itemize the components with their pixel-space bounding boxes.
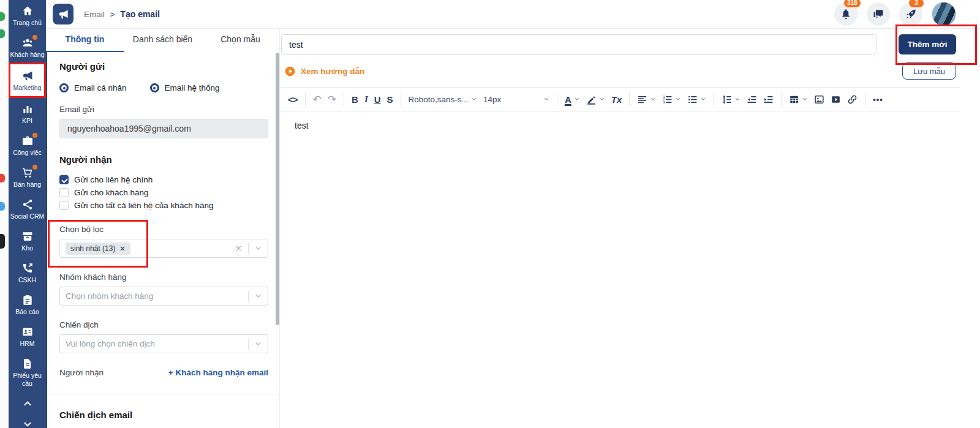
sidebar-item-reports[interactable]: Báo cáo — [9, 289, 46, 321]
align-button[interactable] — [634, 91, 659, 108]
group-placeholder: Chọn nhóm khách hàng — [66, 291, 153, 301]
chevron-up-icon[interactable] — [22, 398, 33, 409]
create-new-button[interactable]: Thêm mới — [899, 34, 956, 54]
chevron-sm-icon — [599, 96, 605, 102]
bold-button[interactable]: B — [349, 91, 361, 108]
customer-group-select[interactable]: Chọn nhóm khách hàng — [59, 287, 268, 306]
checkbox[interactable] — [59, 201, 69, 210]
recipient-checkbox-row[interactable]: Gửi cho khách hàng — [59, 187, 268, 198]
notifications-button[interactable]: 318 — [834, 2, 858, 26]
sidebar-item-label: Công việc — [13, 149, 42, 156]
font-size-select[interactable]: 14px — [480, 91, 552, 108]
subject-input[interactable] — [281, 34, 876, 54]
user-avatar[interactable] — [932, 2, 956, 26]
image-button[interactable] — [811, 91, 827, 108]
chevron-down-icon[interactable] — [254, 244, 262, 252]
redo-button[interactable]: ↷ — [325, 91, 339, 108]
chevron-down-icon[interactable] — [254, 292, 262, 300]
app-logo — [53, 4, 74, 24]
code-view-button[interactable]: <> — [285, 91, 301, 108]
checkbox[interactable] — [59, 188, 69, 197]
clear-select-icon[interactable] — [235, 244, 243, 252]
remove-tag-icon[interactable] — [119, 246, 126, 252]
underline-button[interactable]: U — [371, 91, 384, 108]
italic-button-glyph: I — [364, 94, 368, 105]
strikethrough-button-glyph: S — [387, 94, 393, 105]
hrm-icon — [21, 326, 34, 338]
chevron-sm-icon — [543, 96, 549, 102]
italic-button[interactable]: I — [361, 91, 371, 108]
sidebar-item-marketing[interactable]: Marketing — [9, 64, 46, 98]
link-button[interactable] — [844, 91, 861, 108]
view-guide-link[interactable]: Xem hướng dẫn — [285, 66, 364, 77]
sidebar-item-home[interactable]: Trang chủ — [9, 0, 46, 32]
sidebar-item-sales[interactable]: Bán hàng — [9, 162, 46, 193]
save-template-button[interactable]: Lưu mẫu — [902, 62, 956, 80]
sidebar-item-tickets[interactable]: Phiếu yêu cầu — [9, 353, 46, 392]
font-family-select[interactable]: Roboto,sans-s... — [405, 91, 480, 108]
sidebar-nav: Trang chủKhách hàngMarketingKPICông việc… — [9, 0, 46, 428]
filter-tag-chip[interactable]: sinh nhật (13) — [66, 242, 130, 255]
chevron-down-icon[interactable] — [22, 419, 33, 428]
radio-button[interactable] — [59, 83, 69, 92]
share-icon — [21, 198, 34, 211]
sidebar-item-social-crm[interactable]: Social CRM — [9, 193, 46, 225]
sidebar-item-customers[interactable]: Khách hàng — [9, 32, 46, 64]
add-receiver-link[interactable]: + Khách hàng nhận email — [168, 368, 268, 377]
sidebar-item-hrm[interactable]: HRM — [9, 321, 46, 353]
send-email-field[interactable]: nguyenhoahoa1995@gmail.com — [59, 119, 268, 138]
topbar: Email > Tạo email 318 3 — [46, 0, 980, 29]
indent-button[interactable] — [760, 91, 777, 108]
messages-button[interactable] — [867, 2, 890, 26]
background-window-edge — [0, 0, 9, 428]
tab-thông-tin[interactable]: Thông tin — [46, 28, 124, 52]
chevron-sm-icon — [574, 96, 580, 102]
chat-icon — [872, 8, 884, 20]
updates-button[interactable]: 3 — [899, 2, 922, 26]
sidebar-item-tasks[interactable]: Công việc — [9, 130, 46, 162]
sidebar-item-warehouse[interactable]: Kho — [9, 225, 46, 257]
chevron-down-icon[interactable] — [254, 340, 262, 348]
recipient-checkbox-row[interactable]: Gửi cho liên hệ chính — [59, 174, 268, 186]
radio-option[interactable]: Email hệ thống — [150, 83, 220, 92]
panel-scrollbar[interactable] — [276, 53, 279, 325]
sidebar-item-cskh[interactable]: CSKH — [9, 257, 46, 289]
background-app-icon — [0, 202, 5, 211]
table-button[interactable] — [786, 91, 811, 108]
bullet-list-button[interactable] — [684, 91, 709, 108]
underline-button-glyph: U — [374, 94, 381, 105]
sidebar-item-label: Khách hàng — [10, 51, 44, 58]
radio-button[interactable] — [150, 83, 159, 92]
video-button[interactable] — [827, 91, 844, 108]
email-settings-panel: Thông tinDanh sách biếnChọn mẫu Người gử… — [46, 28, 280, 428]
play-icon — [285, 66, 295, 77]
ordered-list-button[interactable]: 123 — [659, 91, 684, 108]
clear-format-button[interactable]: Tx — [608, 91, 625, 108]
campaign-label: Chiến dịch — [59, 320, 268, 329]
bell-icon — [840, 8, 852, 20]
file-icon — [21, 358, 34, 370]
breadcrumb-parent[interactable]: Email — [84, 10, 105, 19]
highlight-color-button[interactable] — [583, 91, 608, 108]
line-height-button[interactable] — [718, 91, 744, 108]
toolbar-divider — [305, 92, 306, 107]
sidebar-item-kpi[interactable]: KPI — [9, 98, 46, 130]
outdent-button[interactable] — [744, 91, 760, 108]
campaign-select[interactable]: Vui lòng chọn chiến dịch — [59, 334, 268, 353]
checkbox[interactable] — [59, 175, 69, 184]
strikethrough-button[interactable]: S — [384, 91, 396, 108]
radio-label: Email hệ thống — [165, 83, 220, 92]
text-color-button[interactable]: A — [562, 91, 583, 108]
recipient-checkbox-row[interactable]: Gửi cho tất cả liên hệ của khách hàng — [59, 200, 268, 211]
toolbar-divider — [865, 92, 865, 107]
more-button[interactable]: ••• — [870, 91, 886, 108]
radio-option[interactable]: Email cá nhân — [59, 83, 127, 92]
receivers-label: Người nhận — [59, 368, 104, 377]
undo-button[interactable]: ↶ — [310, 91, 325, 108]
sidebar-item-label: Marketing — [13, 84, 41, 91]
tab-danh-sách-biến[interactable]: Danh sách biến — [124, 28, 202, 52]
home-icon — [21, 5, 34, 17]
filter-select[interactable]: sinh nhật (13) — [59, 239, 268, 258]
tab-chọn-mẫu[interactable]: Chọn mẫu — [202, 28, 279, 52]
editor-content[interactable]: test — [280, 111, 980, 375]
